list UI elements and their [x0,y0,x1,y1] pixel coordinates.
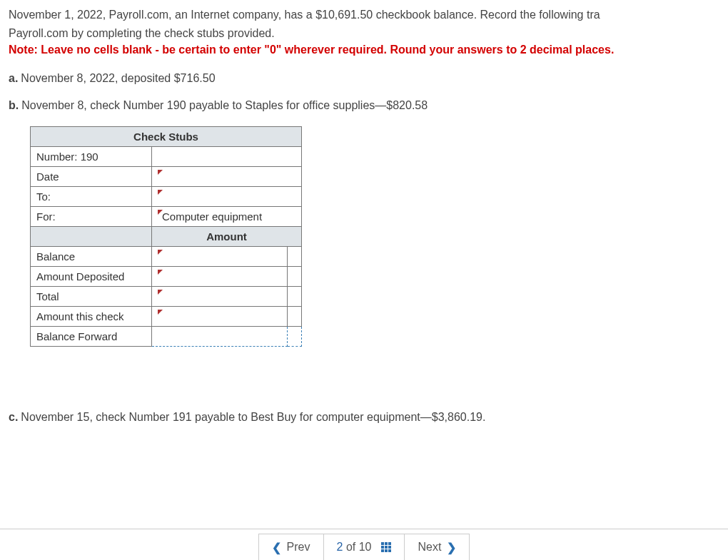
item-c-text: November 15, check Number 191 payable to… [21,411,485,423]
row-forward-label: Balance Forward [31,327,152,347]
row-to-input[interactable] [152,187,302,207]
row-thischeck-label: Amount this check [31,307,152,327]
row-for-input[interactable]: Computer equipment [152,207,302,227]
row-balance-input[interactable] [152,247,288,267]
row-number-value [152,147,302,167]
required-marker-icon [158,190,163,195]
check-stub-table: Check Stubs Number: 190 Date To: For: [30,126,302,347]
required-marker-icon [158,290,163,295]
row-to-label: To: [31,187,152,207]
required-marker-icon [158,310,163,315]
required-marker-icon [158,270,163,275]
required-marker-icon [158,170,163,175]
row-total-label: Total [31,287,152,307]
next-label: Next [418,541,441,554]
amount-header: Amount [152,227,302,247]
row-forward-value [152,327,288,347]
item-c-label: c. [9,411,18,423]
row-balance-label: Balance [31,247,152,267]
row-balance-right [288,247,302,267]
required-marker-icon [158,250,163,255]
row-date-input[interactable] [152,167,302,187]
row-for-label: For: [31,207,152,227]
page-number: 2 of 10 [337,541,372,554]
intro-line-1: November 1, 2022, Payroll.com, an Intern… [9,7,719,23]
note-text: Note: Leave no cells blank - be certain … [9,44,719,56]
row-number-label: Number: 190 [31,147,152,167]
row-deposited-label: Amount Deposited [31,267,152,287]
blank-header [31,227,152,247]
prev-button[interactable]: ❮ Prev [258,534,324,561]
page-indicator[interactable]: 2 of 10 [324,534,405,561]
row-deposited-right [288,267,302,287]
question-body: November 1, 2022, Payroll.com, an Intern… [0,0,728,445]
row-total-right [288,287,302,307]
row-forward-right [288,327,302,347]
row-date-label: Date [31,167,152,187]
row-thischeck-right [288,307,302,327]
item-a: a.November 8, 2022, deposited $716.50 [9,72,719,85]
chevron-left-icon: ❮ [272,541,281,554]
item-a-label: a. [9,72,18,84]
row-deposited-input[interactable] [152,267,288,287]
next-button[interactable]: Next ❯ [404,534,470,561]
prev-label: Prev [287,541,310,554]
item-b-text: November 8, check Number 190 payable to … [21,99,428,111]
intro-line-2: Payroll.com by completing the check stub… [9,26,719,41]
stub-header: Check Stubs [31,127,302,147]
grid-icon [381,542,391,552]
item-b-label: b. [9,99,19,111]
bottom-nav: ❮ Prev 2 of 10 Next ❯ [0,529,728,560]
item-a-text: November 8, 2022, deposited $716.50 [21,72,215,84]
row-thischeck-input[interactable] [152,307,288,327]
check-stub-table-wrap: Check Stubs Number: 190 Date To: For: [30,126,719,347]
required-marker-icon [158,210,163,215]
item-c: c.November 15, check Number 191 payable … [9,411,719,424]
item-b: b.November 8, check Number 190 payable t… [9,99,719,112]
chevron-right-icon: ❯ [447,541,456,554]
row-total-input[interactable] [152,287,288,307]
